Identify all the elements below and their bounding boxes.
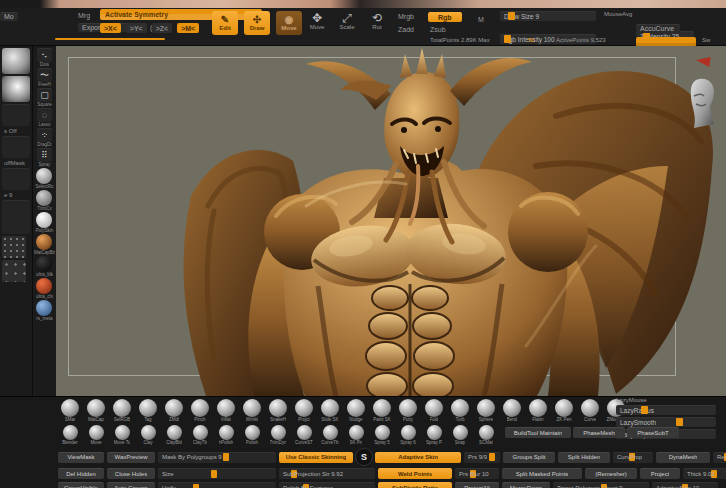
symmetry-axis-button[interactable]: >Y<: [126, 23, 147, 33]
shelf-control[interactable]: Resolut 9: [713, 452, 726, 463]
collapsed-panel[interactable]: [2, 136, 30, 158]
shelf-control[interactable]: Del Hidden: [58, 468, 104, 479]
shelf-control[interactable]: SubProjection Str 9.92: [279, 468, 375, 479]
brush-thumb[interactable]: MatCap: [84, 399, 108, 422]
brush-thumb[interactable]: ZK Pen: [552, 399, 576, 422]
material-swatch[interactable]: ultra_blk: [36, 256, 53, 277]
shelf-control[interactable]: Weld Points: [378, 468, 452, 479]
brush-thumb[interactable]: Projct: [292, 399, 316, 422]
collapsed-panel[interactable]: [2, 200, 30, 234]
slider-knob[interactable]: [504, 35, 511, 43]
material-swatch[interactable]: MatCapBz: [34, 234, 55, 255]
brush-thumb[interactable]: Curve: [578, 399, 602, 422]
shelf-control[interactable]: GroupVisible: [58, 482, 104, 488]
zadd-button[interactable]: Zadd: [398, 26, 414, 33]
shelf-control[interactable]: Prs Blur 10: [455, 468, 499, 479]
brush-thumb[interactable]: Spray P: [422, 425, 446, 445]
symmetry-axis-button[interactable]: >M<: [177, 23, 199, 33]
brush-thumb[interactable]: Pinch: [188, 399, 212, 422]
mode-button[interactable]: ✣ Draw: [244, 11, 270, 35]
shelf-control[interactable]: Groups Split: [503, 452, 555, 463]
brush-thumb[interactable]: Nudge: [344, 399, 368, 422]
brush-thumb[interactable]: Move To: [110, 425, 134, 445]
material-swatch[interactable]: SelectRc: [35, 168, 53, 189]
shelf-control[interactable]: Polish By Features: [279, 482, 375, 488]
shelf-control[interactable]: ProjectAll: [455, 482, 499, 488]
shelf-control[interactable]: Project: [640, 468, 680, 479]
shelf-button[interactable]: PhaseMesh: [573, 427, 625, 438]
brush-thumb[interactable]: SK Pn: [344, 425, 368, 445]
head-bust-thumbnail[interactable]: [684, 74, 720, 130]
shelf-control[interactable]: Close Holes: [107, 468, 155, 479]
brush-thumb[interactable]: ClayBld: [162, 425, 186, 445]
brush-thumb[interactable]: SMat: [58, 399, 82, 422]
brush-thumb[interactable]: SCMat: [474, 425, 498, 445]
shelf-control[interactable]: Thick 9.02: [683, 468, 726, 479]
brush-preview-thumb[interactable]: [2, 48, 30, 74]
stroke-type-button[interactable]: ⁘ DragDt: [37, 128, 52, 147]
brush-thumb[interactable]: hPolish: [214, 425, 238, 445]
sculpture-demon[interactable]: [56, 46, 726, 396]
brush-thumb[interactable]: CurveTb: [318, 425, 342, 445]
brush-thumb[interactable]: Sphere: [474, 399, 498, 422]
brush-thumb[interactable]: Wrinkl: [240, 399, 264, 422]
brush-thumb[interactable]: Bend: [500, 399, 524, 422]
stroke-type-button[interactable]: ◌ Lasso: [37, 108, 52, 127]
brush-thumb[interactable]: Slide SK: [318, 399, 342, 422]
shelf-control[interactable]: DynaMesh: [656, 452, 710, 463]
shelf-control[interactable]: Auto Groups: [107, 482, 155, 488]
alpha-pattern-thumb[interactable]: [2, 236, 26, 258]
brush-thumb[interactable]: Turb: [448, 399, 472, 422]
transform-button[interactable]: ✥ Move: [306, 13, 328, 30]
brush-preview-thumb[interactable]: [2, 76, 30, 102]
accucurve-button[interactable]: AccuCurve: [636, 24, 680, 33]
draw-size-slider[interactable]: Draw Size 9: [500, 11, 596, 21]
alpha-pattern-thumb[interactable]: [2, 260, 26, 282]
brush-thumb[interactable]: ZMdl: [162, 399, 186, 422]
brush-thumb[interactable]: Blender: [58, 425, 82, 445]
symmetry-axis-button[interactable]: >X<: [100, 23, 121, 33]
shelf-control[interactable]: Split Masked Points: [502, 468, 582, 479]
material-swatch[interactable]: TrimCv: [36, 190, 52, 211]
slider-knob[interactable]: [508, 12, 515, 20]
material-swatch[interactable]: PolySkin: [36, 212, 54, 233]
brush-thumb[interactable]: Inflat: [214, 399, 238, 422]
brush-thumb[interactable]: Move: [84, 425, 108, 445]
shelf-control[interactable]: Size: [158, 468, 276, 479]
sculpt-canvas[interactable]: [56, 46, 726, 396]
shelf-control[interactable]: Unify: [158, 482, 276, 488]
shelf-button[interactable]: BuildTool Maintain: [505, 427, 571, 438]
brush-thumb[interactable]: ClayTb: [188, 425, 212, 445]
brush-thumb[interactable]: Tag: [136, 399, 160, 422]
stroke-type-button[interactable]: ⠿ Spray: [37, 148, 52, 167]
brush-thumb[interactable]: Flattn: [526, 399, 550, 422]
zsub-button[interactable]: Zsub: [430, 26, 446, 33]
corner-button[interactable]: Mo: [0, 12, 18, 21]
shelf-button[interactable]: PhaseSubT: [627, 427, 679, 438]
shelf-control[interactable]: Mask By Polygroups 9: [158, 452, 276, 463]
brush-thumb[interactable]: Fold: [422, 399, 446, 422]
shelf-control[interactable]: Prs 9/9: [464, 452, 500, 463]
m-button[interactable]: M: [478, 16, 484, 23]
stroke-type-button[interactable]: ⠢ Dots: [37, 48, 52, 67]
shelf-control[interactable]: ViewMask: [58, 452, 104, 463]
shelf-control[interactable]: S: [356, 449, 372, 465]
material-swatch[interactable]: rs_meta: [36, 300, 52, 321]
transform-button[interactable]: ⟲ Rot: [366, 13, 388, 30]
material-swatch[interactable]: ultra_cfx: [36, 278, 53, 299]
shelf-control[interactable]: Adaptive Skin: [375, 452, 461, 463]
shelf-control[interactable]: Split Hidden: [558, 452, 610, 463]
stroke-type-button[interactable]: ▢ Square: [37, 88, 52, 107]
shelf-control[interactable]: CurvProp: [613, 452, 653, 463]
brush-thumb[interactable]: Snap: [448, 425, 472, 445]
shelf-control[interactable]: AdaptiveSize 10: [652, 482, 718, 488]
brush-thumb[interactable]: Paint SK: [370, 399, 394, 422]
mrgb-button[interactable]: Mrgb: [398, 13, 414, 20]
brush-thumb[interactable]: SelRGB: [110, 399, 134, 422]
brush-thumb[interactable]: TrimDyn: [266, 425, 290, 445]
rgb-button[interactable]: Rgb: [428, 12, 462, 22]
brush-thumb[interactable]: SnakeH: [266, 399, 290, 422]
lazysmooth-slider[interactable]: LazySmooth: [616, 417, 716, 427]
brush-thumb[interactable]: Spray 5: [370, 425, 394, 445]
mode-button[interactable]: ◉ Move: [276, 11, 302, 35]
